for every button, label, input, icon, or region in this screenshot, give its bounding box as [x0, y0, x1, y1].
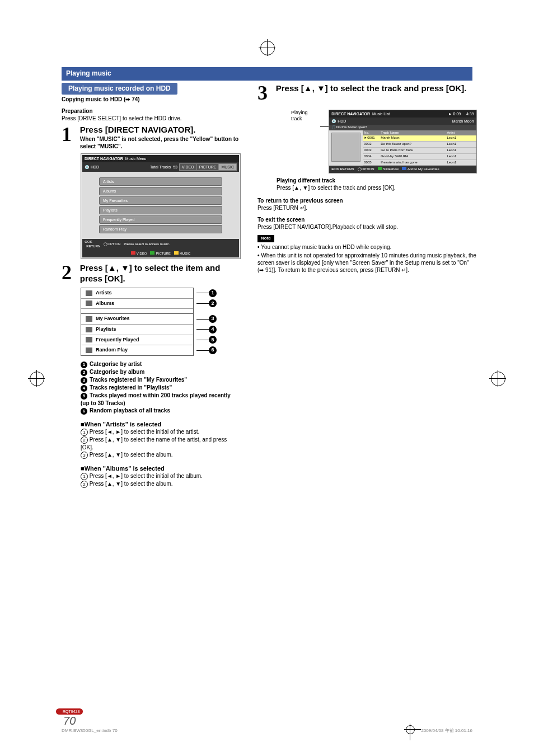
step2-heading: Press [▲, ▼] to select the item and pres…: [80, 263, 221, 284]
step-number: 1: [62, 124, 78, 144]
section-bar: Playing music recorded on HDD: [62, 83, 177, 95]
step-number: 2: [62, 262, 78, 283]
mock-tabs: VIDEOPICTUREMUSIC: [180, 165, 237, 169]
music-list-footer: ⊕OK RETURN ◯OPTION Slideshow Add to My F…: [329, 166, 476, 173]
crop-mark-right: [489, 370, 506, 387]
mock-title: DIRECT NAVIGATOR: [85, 157, 123, 161]
step-number: 3: [257, 83, 274, 103]
mock-menu-item: Artists: [99, 177, 222, 186]
mock-total-value: 53: [173, 165, 177, 169]
list-item: Artists1: [81, 288, 193, 299]
disc-icon: [86, 300, 92, 306]
direct-navigator-mock: DIRECT NAVIGATOR Music Menu 💿 HDD Total …: [81, 153, 241, 259]
chart-icon: [86, 337, 92, 342]
playlist-icon: [86, 327, 92, 332]
list-item: My Favourites3: [81, 313, 193, 325]
diff-track-text: Press [▲, ▼] to select the track and pre…: [277, 184, 477, 191]
person-icon: [86, 290, 92, 296]
albums-subsection: When "Albums" is selected: [81, 464, 241, 472]
mock-color-buttons: VIDEO PICTURE MUSIC: [82, 250, 239, 257]
item-list-mock: Artists1 Albums2 My Favourites3 Playlist…: [81, 288, 194, 356]
exit-heading: To exit the screen: [257, 216, 477, 223]
mock-footer: ⊕OK RETURN ◯OPTION Please select to acce…: [82, 239, 239, 250]
mock-subtitle: Music Menu: [125, 157, 147, 161]
return-text: Press [RETURN ↵].: [257, 204, 477, 212]
return-heading: To return to the previous screen: [257, 197, 477, 204]
exit-text: Press [DIRECT NAVIGATOR].Playback of tra…: [257, 223, 477, 231]
marker-icon: [86, 316, 92, 322]
mock-menu-item: Albums: [99, 187, 222, 195]
list-item: Frequently Played5: [81, 335, 193, 346]
step3-heading: Press [▲, ▼] to select the track and pre…: [276, 83, 467, 93]
crop-mark-top: [0, 39, 534, 56]
list-item: Random Play6: [81, 345, 193, 355]
preparation-text: Press [DRIVE SELECT] to select the HDD d…: [62, 115, 241, 122]
list-item: Albums2: [81, 299, 193, 309]
diff-track-heading: Playing different track: [277, 177, 477, 184]
artists-subsection: When "Artists" is selected: [81, 420, 241, 428]
music-list-mock: DIRECT NAVIGATOR Music List ► 0:09 4:39 …: [329, 110, 476, 174]
step1-sub: When "MUSIC" is not selected, press the …: [80, 136, 238, 149]
copying-line: Copying music to HDD (➡ 74): [62, 96, 241, 103]
album-art-placeholder: [331, 133, 360, 162]
preparation-heading: Preparation: [62, 107, 241, 115]
footer-timestamp: 2009/04/08 午前 10:01:16: [421, 728, 472, 733]
artists-steps: 1 Press [◄, ►] to select the initial of …: [81, 428, 241, 459]
mock-total-label: Total Tracks: [150, 165, 171, 169]
mock-menu-item: My Favourites: [99, 196, 222, 205]
note-item: When this unit is not operated for appro…: [257, 252, 477, 274]
item-explanations: 1Categorise by artist 2Categorise by alb…: [81, 360, 241, 415]
shuffle-icon: [86, 348, 92, 353]
footer-file: DMR-BW850GL_en.indb 70: [62, 728, 118, 734]
playing-track-label: Playing track: [291, 110, 318, 123]
page-section-header: Playing music: [62, 67, 472, 81]
note-item: You cannot play music tracks on HDD whil…: [257, 243, 477, 251]
step1-heading: Press [DIRECT NAVIGATOR].: [80, 125, 196, 134]
mock-menu-item: Playlists: [99, 206, 222, 214]
crop-mark-left: [28, 370, 45, 387]
list-item: Playlists4: [81, 325, 193, 335]
albums-steps: 1 Press [◄, ►] to select the initial of …: [81, 472, 241, 488]
mock-menu-item: Frequently Played: [99, 215, 222, 224]
mock-drive: HDD: [91, 165, 99, 169]
note-label: Note: [257, 235, 274, 242]
page-number-badge: RQT9428 70: [56, 708, 83, 728]
footer-crop-icon: [404, 724, 415, 736]
mock-menu-item: Random Play: [99, 225, 222, 233]
